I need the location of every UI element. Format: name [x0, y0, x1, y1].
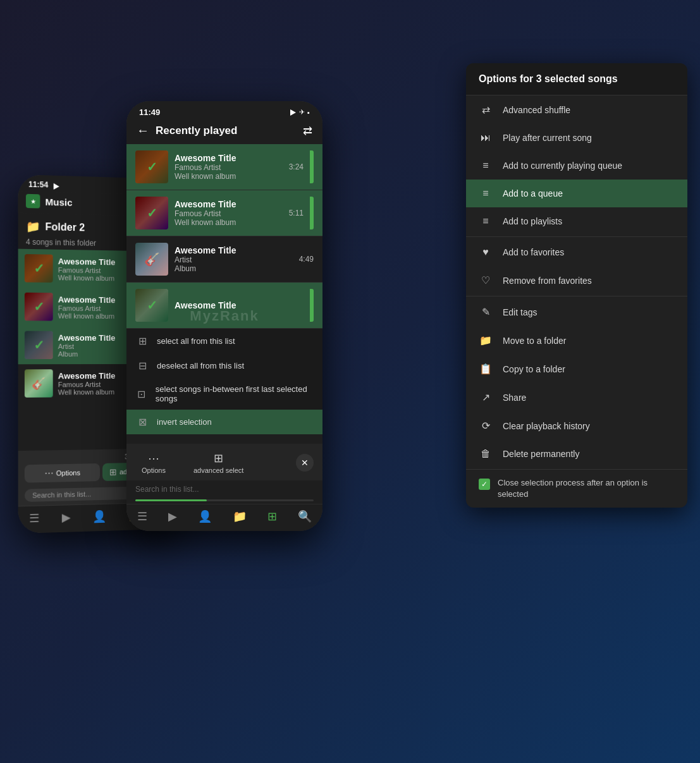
song-thumb: ✓: [135, 197, 168, 229]
menu-item-remove-from-favorites[interactable]: ♡ Remove from favorites: [466, 266, 687, 295]
options-label: Options: [142, 467, 166, 474]
song-duration: 4:49: [299, 255, 314, 264]
song-album: Well known album: [175, 172, 283, 181]
adv-select-icon: ⊞: [214, 451, 223, 465]
menu-item-clear-history[interactable]: ⟳ Clear playback history: [466, 412, 687, 440]
menu-item-copy-to-folder[interactable]: 📋 Copy to a folder: [466, 355, 687, 383]
select-between-option[interactable]: ⊡ select songs in-between first last sel…: [126, 378, 322, 410]
list-item[interactable]: 🎸 Awesome Title Artist Album 4:49: [126, 236, 322, 283]
share-icon: ↗: [479, 391, 493, 403]
menu-label-play-after: Play after current song: [503, 133, 592, 143]
song-duration: 5:11: [289, 209, 304, 217]
select-options-overlay: ⊞ select all from this list ⊟ deselect a…: [126, 329, 322, 434]
song-thumb: 🎸: [135, 243, 168, 276]
cancel-button[interactable]: ✕: [296, 454, 314, 472]
progress-bar: [135, 499, 314, 501]
song-artist: Artist: [175, 255, 293, 264]
context-menu-title: Options for 3 selected songs: [479, 73, 618, 84]
nav-queue-icon[interactable]: ☰: [137, 510, 147, 523]
section-divider-3: [466, 469, 687, 470]
cancel-icon: ✕: [301, 458, 309, 468]
song-artist: Famous Artist: [175, 163, 283, 172]
heart-fill-icon: ♥: [479, 247, 493, 258]
shuffle-icon: ⇄: [479, 104, 493, 116]
nav-play-icon[interactable]: ▶: [62, 510, 71, 525]
center-status-time: 11:49: [139, 107, 160, 117]
delete-icon: 🗑: [479, 448, 493, 460]
nav-person-icon[interactable]: 👤: [198, 510, 212, 523]
menu-item-delete[interactable]: 🗑 Delete permanently: [466, 440, 687, 468]
nav-library-icon[interactable]: ⊞: [267, 510, 277, 523]
options-button[interactable]: ⋯ Options: [25, 463, 100, 483]
options-label: Options: [56, 469, 80, 477]
svg-marker-0: [53, 183, 59, 190]
select-between-icon: ⊡: [135, 388, 148, 400]
center-nav-bar: ☰ ▶ 👤 📁 ⊞ 🔍: [126, 504, 322, 531]
nav-folder-icon[interactable]: 📁: [233, 510, 247, 523]
song-artist: Famous Artist: [175, 209, 283, 218]
options-icon: ⋯: [45, 468, 54, 478]
music-app-icon: ★: [26, 194, 40, 209]
song-thumb: ✓: [25, 254, 53, 283]
history-icon: ⟳: [479, 420, 493, 432]
menu-item-add-to-queue[interactable]: ≡ Add to a queue: [466, 180, 687, 207]
menu-item-add-to-favorites[interactable]: ♥ Add to favorites: [466, 238, 687, 266]
playlist-add-icon: ≡: [479, 216, 493, 227]
advanced-select-button[interactable]: ⊞ advanced select: [187, 449, 250, 477]
song-thumb: ✓: [135, 150, 168, 183]
invert-selection-option[interactable]: ⊠ invert selection: [126, 410, 322, 434]
song-thumb: ✓: [25, 331, 53, 360]
invert-label: invert selection: [157, 417, 212, 427]
list-item[interactable]: ✓ Awesome Title: [126, 283, 322, 329]
list-item[interactable]: ✓ Awesome Title Famous Artist Well known…: [126, 144, 322, 190]
scene: 11:54 ★ Music 📁 Folder 2 4 songs in this…: [0, 0, 700, 763]
menu-label-share: Share: [503, 393, 526, 403]
menu-item-share[interactable]: ↗ Share: [466, 383, 687, 412]
song-album: Well known album: [175, 218, 283, 227]
search-hint[interactable]: Search in this list...: [135, 485, 199, 494]
menu-item-add-to-playlists[interactable]: ≡ Add to playlists: [466, 207, 687, 235]
menu-label-add-to-queue: Add to a queue: [503, 188, 563, 198]
close-selection-row[interactable]: ✓ Close selection process after an optio…: [466, 471, 687, 508]
left-status-time: 11:54: [28, 180, 48, 190]
music-app-label: Music: [45, 196, 72, 207]
menu-item-edit-tags[interactable]: ✎ Edit tags: [466, 298, 687, 326]
nav-search-icon[interactable]: 🔍: [298, 510, 312, 523]
queue-icon: ≡: [479, 188, 493, 199]
song-title: Awesome Title: [175, 199, 283, 209]
menu-label-copy-to-folder: Copy to a folder: [503, 364, 565, 374]
play-status-icon: [289, 109, 297, 116]
center-status-bar: 11:49 ✈ ▪: [126, 101, 322, 119]
selected-indicator: [310, 197, 314, 229]
menu-label-remove-from-favorites: Remove from favorites: [503, 276, 592, 286]
menu-item-advanced-shuffle[interactable]: ⇄ Advanced shuffle: [466, 95, 687, 124]
deselect-all-option[interactable]: ⊟ deselect all from this list: [126, 353, 322, 378]
menu-item-move-to-folder[interactable]: 📁 Move to a folder: [466, 326, 687, 355]
song-title: Awesome Title: [175, 245, 293, 255]
list-item[interactable]: ✓ Awesome Title Famous Artist Well known…: [126, 190, 322, 236]
back-button[interactable]: ←: [137, 123, 149, 138]
queue-add-icon: ≡: [479, 160, 493, 171]
nav-queue-icon[interactable]: ☰: [29, 511, 39, 526]
center-search-bar: Search in this list...: [126, 480, 322, 498]
menu-item-play-after[interactable]: ⏭ Play after current song: [466, 124, 687, 152]
options-icon: ⋯: [148, 451, 159, 465]
deselect-all-icon: ⊟: [135, 360, 149, 372]
nav-play-icon[interactable]: ▶: [168, 510, 177, 523]
section-divider-1: [466, 236, 687, 237]
left-play-status-icon: [52, 181, 59, 189]
shuffle-icon[interactable]: ⇄: [303, 124, 312, 138]
nav-person-icon[interactable]: 👤: [93, 510, 107, 524]
song-title: Awesome Title: [175, 300, 304, 310]
select-all-label: select all from this list: [157, 336, 235, 346]
menu-item-add-to-queue-current[interactable]: ≡ Add to currently playing queue: [466, 152, 687, 180]
song-thumb: ✓: [135, 289, 168, 322]
context-menu-header: Options for 3 selected songs: [466, 63, 687, 95]
menu-label-delete: Delete permanently: [503, 449, 579, 459]
center-phone: 11:49 ✈ ▪ ← Recently played ⇄ ✓: [126, 101, 322, 531]
close-selection-checkbox[interactable]: ✓: [479, 479, 490, 490]
select-all-option[interactable]: ⊞ select all from this list: [126, 329, 322, 353]
options-button[interactable]: ⋯ Options: [135, 449, 172, 477]
invert-icon: ⊠: [135, 416, 149, 428]
progress-fill: [135, 499, 207, 501]
